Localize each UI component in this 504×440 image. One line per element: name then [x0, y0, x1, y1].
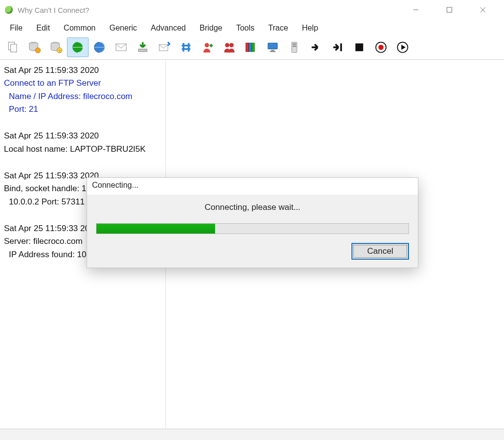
log-block-2: Sat Apr 25 11:59:33 2020 Local host name…: [4, 130, 161, 156]
books-icon[interactable]: [240, 37, 262, 57]
log-block-1: Sat Apr 25 11:59:33 2020 Connect to an F…: [4, 64, 161, 116]
svg-text:?: ?: [59, 49, 61, 53]
globe-refresh-icon[interactable]: [67, 37, 89, 57]
log-line: Connect to an FTP Server: [4, 77, 161, 90]
server-icon[interactable]: [284, 37, 305, 57]
dialog-title: Connecting...: [87, 178, 418, 195]
minimize-button[interactable]: [405, 2, 427, 18]
app-icon: [5, 6, 13, 14]
dialog-message: Connecting, please wait...: [96, 203, 409, 212]
play-circle-icon[interactable]: [392, 37, 413, 57]
log-timestamp: Sat Apr 25 11:59:33 2020: [4, 64, 161, 77]
stop-icon[interactable]: [348, 37, 370, 57]
download-icon[interactable]: [132, 37, 154, 57]
svg-rect-26: [293, 43, 296, 45]
svg-rect-24: [270, 51, 276, 52]
log-timestamp: Sat Apr 25 11:59:33 2020: [4, 130, 161, 142]
progress-fill: [96, 224, 215, 234]
window-controls: [405, 2, 499, 18]
arrow-end-icon[interactable]: [327, 37, 348, 57]
log-line: Local host name: LAPTOP-TBRU2I5K: [4, 143, 161, 156]
users-icon[interactable]: [219, 37, 240, 57]
maximize-button[interactable]: [438, 2, 461, 18]
svg-rect-20: [249, 43, 252, 52]
statusbar: [0, 429, 504, 440]
mail-send-icon[interactable]: [154, 37, 175, 57]
progress-bar: [96, 223, 409, 234]
menu-advanced[interactable]: Advanced: [144, 22, 192, 34]
toolbar: ?: [0, 36, 504, 60]
svg-rect-19: [246, 43, 249, 52]
dialog-body: Connecting, please wait... Cancel: [87, 195, 418, 268]
menu-edit[interactable]: Edit: [30, 22, 57, 34]
cancel-button[interactable]: Cancel: [351, 243, 409, 260]
close-button[interactable]: [472, 2, 494, 18]
titlebar: Why Can't I Connect?: [0, 0, 504, 20]
hash-icon[interactable]: [175, 37, 197, 57]
window-title: Why Can't I Connect?: [18, 6, 89, 14]
monitor-icon[interactable]: [262, 37, 284, 57]
svg-point-16: [205, 43, 209, 47]
menubar: File Edit Common Generic Advanced Bridge…: [0, 20, 504, 36]
svg-point-31: [378, 45, 384, 50]
globe-arrow-icon[interactable]: [89, 37, 110, 57]
mail-icon[interactable]: [110, 37, 132, 57]
svg-rect-14: [138, 49, 147, 52]
copy-icon[interactable]: [2, 37, 24, 57]
connecting-dialog: Connecting... Connecting, please wait...…: [87, 177, 418, 268]
log-line: Name / IP Address: filecroco.com: [4, 90, 161, 103]
menu-bridge[interactable]: Bridge: [192, 22, 229, 34]
menu-generic[interactable]: Generic: [102, 22, 144, 34]
svg-point-7: [35, 48, 41, 53]
menu-trace[interactable]: Trace: [261, 22, 295, 34]
svg-rect-27: [293, 46, 296, 47]
menu-tools[interactable]: Tools: [229, 22, 261, 34]
db-query-icon[interactable]: [24, 37, 45, 57]
add-user-icon[interactable]: [197, 37, 219, 57]
svg-point-18: [229, 43, 234, 47]
svg-rect-1: [447, 7, 452, 12]
arrow-right-icon[interactable]: [305, 37, 327, 57]
menu-file[interactable]: File: [3, 22, 30, 34]
menu-common[interactable]: Common: [57, 22, 102, 34]
svg-rect-21: [252, 43, 254, 52]
svg-rect-5: [11, 44, 17, 52]
svg-rect-22: [268, 43, 277, 49]
record-icon[interactable]: [370, 37, 392, 57]
svg-rect-29: [355, 43, 363, 51]
log-line: Port: 21: [4, 103, 161, 116]
menu-help[interactable]: Help: [295, 22, 325, 34]
svg-point-17: [225, 43, 229, 47]
svg-rect-23: [271, 50, 275, 51]
db-help-icon[interactable]: ?: [45, 37, 67, 57]
